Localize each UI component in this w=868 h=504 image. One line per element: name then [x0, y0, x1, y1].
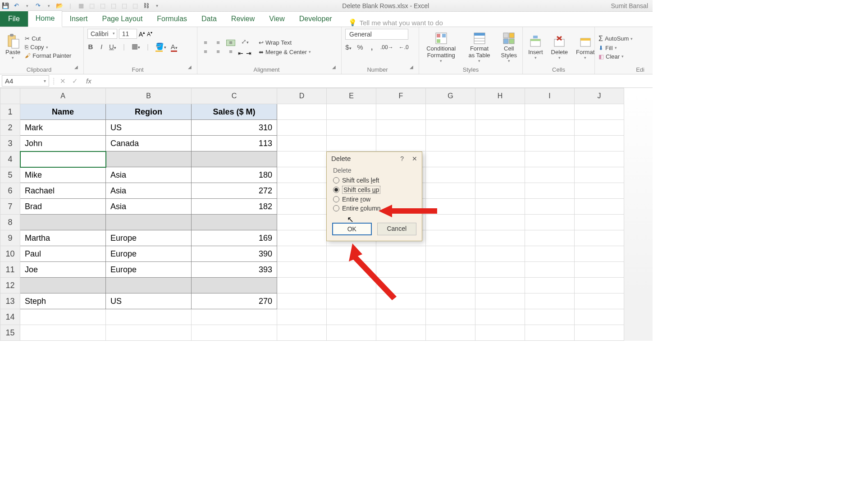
cell[interactable]: [20, 309, 106, 325]
decrease-indent-icon[interactable]: ⇤: [238, 50, 243, 57]
col-header-C[interactable]: C: [192, 88, 277, 104]
underline-button[interactable]: U▾: [109, 43, 116, 50]
cell[interactable]: [426, 262, 475, 278]
autosum-button[interactable]: ΣAutoSum▾: [598, 35, 633, 43]
tab-developer[interactable]: Developer: [292, 11, 339, 27]
cell[interactable]: Europe: [106, 246, 192, 262]
cell[interactable]: [376, 293, 426, 309]
cell[interactable]: [575, 262, 624, 278]
cell[interactable]: [20, 215, 106, 230]
cell[interactable]: [277, 293, 327, 309]
cell[interactable]: [192, 215, 277, 230]
cell[interactable]: [277, 183, 327, 199]
radio-entire-col[interactable]: Entire column: [333, 205, 416, 212]
cell[interactable]: [426, 215, 475, 230]
increase-indent-icon[interactable]: ⇥: [246, 50, 251, 57]
cell[interactable]: [327, 120, 376, 136]
cell[interactable]: [426, 246, 475, 262]
name-box[interactable]: A4 ▾: [2, 75, 49, 87]
merge-center-button[interactable]: ⬌Merge & Center▾: [259, 49, 311, 55]
cell[interactable]: [525, 120, 575, 136]
cell[interactable]: [376, 262, 426, 278]
cell[interactable]: [475, 151, 525, 167]
cell[interactable]: [327, 104, 376, 120]
cell[interactable]: Steph: [20, 293, 106, 309]
cell[interactable]: 310: [192, 120, 277, 136]
cell[interactable]: [376, 278, 426, 293]
col-header-E[interactable]: E: [327, 88, 376, 104]
format-as-table-button[interactable]: Format as Table▾: [466, 30, 493, 64]
row-header[interactable]: 7: [0, 199, 20, 215]
cell[interactable]: [327, 246, 376, 262]
qat-icon[interactable]: ▦: [78, 2, 85, 9]
row-header[interactable]: 4: [0, 151, 20, 167]
fill-button[interactable]: ⬇Fill▾: [598, 45, 633, 51]
cell[interactable]: [277, 120, 327, 136]
cell[interactable]: [20, 325, 106, 341]
ok-button[interactable]: OK: [332, 223, 372, 235]
cell[interactable]: [376, 325, 426, 341]
qat-icon[interactable]: ⬚: [88, 2, 96, 9]
cell[interactable]: [475, 104, 525, 120]
fill-color-button[interactable]: 🪣▾: [155, 42, 166, 50]
cell[interactable]: [106, 325, 192, 341]
cancel-formula-icon[interactable]: ✕: [60, 77, 66, 85]
decrease-decimal-icon[interactable]: ←.0: [399, 44, 409, 50]
col-header-B[interactable]: B: [106, 88, 192, 104]
cell[interactable]: [376, 120, 426, 136]
number-format-select[interactable]: General: [345, 29, 408, 40]
cell[interactable]: [426, 325, 475, 341]
cell[interactable]: [20, 151, 106, 167]
format-painter-button[interactable]: 🖌Format Painter: [25, 52, 71, 59]
cell[interactable]: [277, 199, 327, 215]
tab-review[interactable]: Review: [224, 11, 262, 27]
tab-formulas[interactable]: Formulas: [150, 11, 194, 27]
cell[interactable]: [277, 151, 327, 167]
cell[interactable]: [525, 104, 575, 120]
cell[interactable]: [327, 278, 376, 293]
cell[interactable]: [475, 325, 525, 341]
cell[interactable]: [376, 104, 426, 120]
cell[interactable]: [426, 293, 475, 309]
cell[interactable]: [192, 309, 277, 325]
cell[interactable]: [277, 246, 327, 262]
cell[interactable]: [525, 325, 575, 341]
cell[interactable]: [575, 293, 624, 309]
cell[interactable]: 169: [192, 230, 277, 246]
cell[interactable]: [475, 215, 525, 230]
cell[interactable]: [475, 120, 525, 136]
align-middle-icon[interactable]: ≡: [214, 40, 223, 46]
cell[interactable]: 113: [192, 136, 277, 151]
radio-entire-row[interactable]: Entire row: [333, 196, 416, 203]
cell[interactable]: 272: [192, 183, 277, 199]
row-header[interactable]: 3: [0, 136, 20, 151]
col-header-I[interactable]: I: [525, 88, 575, 104]
tab-page-layout[interactable]: Page Layout: [95, 11, 150, 27]
cell[interactable]: [192, 151, 277, 167]
save-icon[interactable]: 💾: [2, 2, 9, 9]
cell[interactable]: US: [106, 293, 192, 309]
qat-icon[interactable]: ⬚: [132, 2, 139, 9]
number-launcher-icon[interactable]: ◢: [410, 64, 415, 73]
cell[interactable]: [525, 136, 575, 151]
percent-icon[interactable]: %: [357, 43, 363, 51]
row-header[interactable]: 11: [0, 262, 20, 278]
format-cells-button[interactable]: Format▾: [574, 33, 596, 61]
row-header[interactable]: 13: [0, 293, 20, 309]
radio-shift-up[interactable]: Shift cells up: [333, 186, 416, 194]
cell[interactable]: [475, 278, 525, 293]
cell[interactable]: [525, 309, 575, 325]
cell[interactable]: [20, 278, 106, 293]
row-header[interactable]: 15: [0, 325, 20, 341]
cell[interactable]: [475, 293, 525, 309]
cell[interactable]: [106, 309, 192, 325]
qat-customize-icon[interactable]: ▾: [153, 3, 160, 8]
cell[interactable]: 182: [192, 199, 277, 215]
cell[interactable]: [426, 120, 475, 136]
row-header[interactable]: 10: [0, 246, 20, 262]
cell[interactable]: [525, 167, 575, 183]
cell[interactable]: [525, 293, 575, 309]
cell[interactable]: [575, 120, 624, 136]
col-header-D[interactable]: D: [277, 88, 327, 104]
cell[interactable]: Asia: [106, 183, 192, 199]
